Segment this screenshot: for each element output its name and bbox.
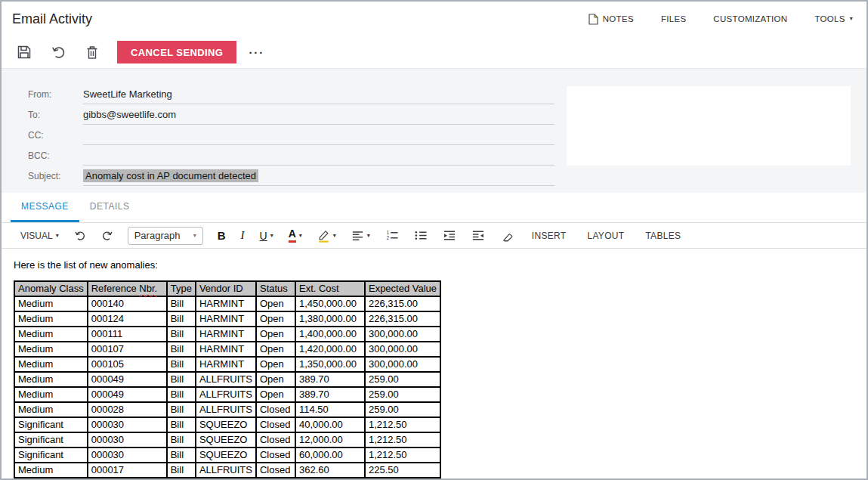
undo-button[interactable] xyxy=(46,40,70,64)
tables-menu[interactable]: TABLES xyxy=(635,226,690,246)
align-button[interactable]: ▾ xyxy=(344,226,377,246)
caret-down-icon: ▾ xyxy=(193,233,196,239)
tab-details[interactable]: DETAILS xyxy=(79,193,141,222)
editor-undo-button[interactable] xyxy=(67,226,93,246)
table-cell: Bill xyxy=(167,463,196,478)
eraser-icon xyxy=(500,229,514,243)
cancel-sending-button[interactable]: CANCEL SENDING xyxy=(117,41,236,63)
table-cell: 000111 xyxy=(88,327,167,342)
tab-bar: MESSAGE DETAILS xyxy=(2,193,866,222)
clear-formatting-button[interactable] xyxy=(493,226,520,246)
visual-mode-dropdown[interactable]: VISUAL ▾ xyxy=(14,226,66,246)
table-cell: 1,380,000.00 xyxy=(295,311,365,327)
table-cell: Medium xyxy=(14,296,88,311)
customization-button[interactable]: CUSTOMIZATION xyxy=(713,14,787,23)
files-button[interactable]: FILES xyxy=(661,14,686,23)
caret-down-icon: ▾ xyxy=(270,233,273,239)
notes-label: NOTES xyxy=(603,14,634,23)
table-cell: 300,000.00 xyxy=(365,342,440,357)
table-cell: Significant xyxy=(14,417,88,432)
tools-button[interactable]: TOOLS ▾ xyxy=(814,14,853,23)
table-cell: 000030 xyxy=(88,432,167,447)
save-button[interactable] xyxy=(12,40,36,64)
table-row: Medium000105BillHARMINTOpen1,350,000.003… xyxy=(14,357,440,372)
table-row: Significant000030BillSQUEEZOClosed12,000… xyxy=(14,432,440,447)
table-cell: SQUEEZO xyxy=(196,447,256,463)
svg-text:1: 1 xyxy=(386,230,389,235)
indent-decrease-button[interactable] xyxy=(465,226,492,246)
from-value: SweetLife Marketing xyxy=(83,88,172,100)
table-cell: 000049 xyxy=(88,372,167,387)
column-header: Type xyxy=(167,281,196,296)
table-cell: Bill xyxy=(167,342,196,357)
table-cell: 1,400,000.00 xyxy=(295,327,365,342)
to-input[interactable]: gibbs@sweetlife.com xyxy=(83,104,554,125)
table-cell: Closed xyxy=(256,417,295,432)
cc-input[interactable] xyxy=(83,125,554,145)
italic-button[interactable]: I xyxy=(234,226,252,246)
table-cell: Bill xyxy=(167,402,196,417)
table-cell: Medium xyxy=(14,327,88,342)
indent-increase-button[interactable] xyxy=(436,226,463,246)
subject-input[interactable]: Anomaly cost in AP document detected xyxy=(83,166,554,186)
caret-down-icon: ▾ xyxy=(367,233,370,239)
insert-menu[interactable]: INSERT xyxy=(522,226,576,246)
table-cell: 389.70 xyxy=(295,372,365,387)
top-menu: NOTES FILES CUSTOMIZATION TOOLS ▾ xyxy=(588,14,853,25)
more-actions-button[interactable]: ··· xyxy=(241,46,272,59)
tab-message[interactable]: MESSAGE xyxy=(11,193,79,222)
table-cell: Medium xyxy=(14,402,88,417)
delete-button[interactable] xyxy=(80,40,104,64)
table-cell: 300,000.00 xyxy=(365,327,440,342)
email-header-form: From: SweetLife Marketing To: gibbs@swee… xyxy=(2,68,866,193)
table-cell: Bill xyxy=(167,417,196,432)
table-cell: Open xyxy=(256,372,295,387)
font-color-button[interactable]: A ▾ xyxy=(282,226,309,246)
paragraph-style-value: Paragraph xyxy=(134,230,181,241)
subject-value: Anomaly cost in AP document detected xyxy=(83,169,258,182)
paragraph-style-select[interactable]: Paragraph ▾ xyxy=(128,227,203,245)
table-cell: Bill xyxy=(167,311,196,327)
table-cell: Open xyxy=(256,357,295,372)
from-label: From: xyxy=(28,89,83,100)
underline-button[interactable]: U ▾ xyxy=(253,226,280,246)
table-cell: Closed xyxy=(256,432,295,447)
body-intro-text: Here is the list of new anomalies: xyxy=(14,259,854,271)
table-cell: HARMINT xyxy=(196,311,256,327)
to-value: gibbs@sweetlife.com xyxy=(83,109,176,120)
table-cell: SQUEEZO xyxy=(196,432,256,447)
bcc-input[interactable] xyxy=(83,145,554,166)
message-body-editor[interactable]: Here is the list of new anomalies: Anoma… xyxy=(2,249,866,480)
email-activity-window: Email Activity NOTES FILES CUSTOMIZATION… xyxy=(0,0,868,480)
table-cell: Medium xyxy=(14,372,88,387)
table-cell: 1,420,000.00 xyxy=(295,342,365,357)
command-toolbar: CANCEL SENDING ··· xyxy=(2,36,866,68)
table-cell: 000030 xyxy=(88,417,167,432)
numbered-list-button[interactable]: 1 2 xyxy=(378,226,406,246)
layout-menu[interactable]: LAYOUT xyxy=(577,226,634,246)
table-cell: HARMINT xyxy=(196,327,256,342)
table-cell: Open xyxy=(256,327,295,342)
table-cell: Medium xyxy=(14,463,88,478)
save-icon xyxy=(17,45,32,60)
numbered-list-icon: 1 2 xyxy=(385,229,399,242)
from-input[interactable]: SweetLife Marketing xyxy=(83,84,554,104)
column-header: Anomaly Class xyxy=(14,281,88,296)
more-icon: ··· xyxy=(249,46,264,59)
table-row: Medium000111BillHARMINTOpen1,400,000.003… xyxy=(14,327,440,342)
table-cell: SQUEEZO xyxy=(196,417,256,432)
indent-decrease-icon xyxy=(471,229,485,242)
table-cell: 000105 xyxy=(88,357,167,372)
notes-button[interactable]: NOTES xyxy=(588,14,634,25)
table-cell: 226,315.00 xyxy=(365,296,440,311)
table-cell: Open xyxy=(256,342,295,357)
table-cell: 259.00 xyxy=(365,387,440,402)
table-cell: 1,212.50 xyxy=(365,417,440,432)
title-bar: Email Activity NOTES FILES CUSTOMIZATION… xyxy=(2,2,866,36)
table-row: Significant000030BillSQUEEZOClosed60,000… xyxy=(14,447,440,463)
highlight-color-button[interactable]: ▾ xyxy=(310,226,343,246)
indent-increase-icon xyxy=(443,229,456,242)
bold-button[interactable]: B xyxy=(211,226,233,246)
bullet-list-button[interactable] xyxy=(407,226,434,246)
editor-redo-button[interactable] xyxy=(94,226,120,246)
